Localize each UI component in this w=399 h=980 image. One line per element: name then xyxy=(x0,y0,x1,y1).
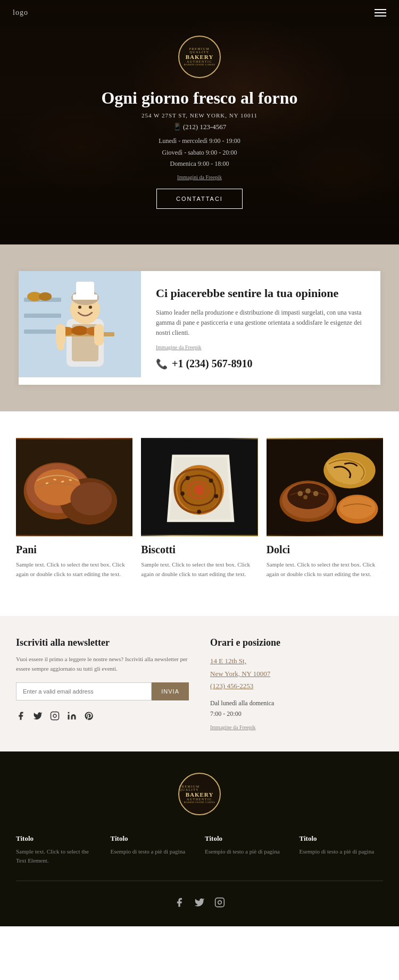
products-section: Pani Sample text. Click to select the te… xyxy=(0,411,399,616)
opinion-card: Ci piacerebbe sentire la tua opinione Si… xyxy=(19,271,380,385)
pinterest-icon[interactable] xyxy=(84,711,94,723)
hero-title: Ogni giorno fresco al forno xyxy=(101,88,297,108)
svg-point-6 xyxy=(39,292,52,301)
svg-point-21 xyxy=(57,343,64,350)
svg-rect-4 xyxy=(24,330,61,334)
footer-badge-container: PREMIUM QUALITY Bakery AUTHENTIC BAKED G… xyxy=(16,773,383,815)
hero-hours: Lunedì - mercoledì 9:00 - 19:00 Giovedì … xyxy=(101,136,297,170)
product-biscotti: Biscotti Sample text. Click to select th… xyxy=(141,438,257,579)
svg-point-45 xyxy=(287,483,329,509)
svg-point-27 xyxy=(70,482,112,515)
baker-image xyxy=(19,271,141,377)
phone-icon: 📱 xyxy=(173,123,183,131)
dolci-image xyxy=(267,438,383,536)
newsletter-description: Vuoi essere il primo a leggere le nostre… xyxy=(16,655,189,673)
footer-col-4: Titolo Esempio di testo a piè di pagina xyxy=(300,834,384,865)
newsletter-column: Iscriviti alla newsletter Vuoi essere il… xyxy=(16,637,189,730)
svg-point-37 xyxy=(209,479,213,483)
footer-twitter-icon[interactable] xyxy=(194,897,205,910)
instagram-icon[interactable] xyxy=(50,711,60,723)
footer-columns: Titolo Sample text. Click to select the … xyxy=(16,834,383,865)
svg-rect-19 xyxy=(56,324,65,345)
hours-address: 14 E 12th St, New York, NY 10007 (123) 4… xyxy=(210,655,383,692)
product-dolci-desc: Sample text. Click to select the text bo… xyxy=(267,560,383,579)
svg-point-39 xyxy=(214,494,219,499)
footer-col-3: Titolo Esempio di testo a piè di pagina xyxy=(205,834,289,865)
svg-rect-13 xyxy=(76,282,94,297)
product-pani: Pani Sample text. Click to select the te… xyxy=(16,438,132,579)
svg-point-49 xyxy=(303,495,307,500)
product-pani-title: Pani xyxy=(16,544,132,556)
linkedin-icon[interactable] xyxy=(67,711,77,723)
logo: logo xyxy=(13,9,28,17)
opinion-text-area: Ci piacerebbe sentire la tua opinione Si… xyxy=(141,271,380,385)
opinion-freepik: Immagine da Freepik xyxy=(156,344,365,350)
hero-address: 254 W 27ST ST, NEW YORK, NY 10011 xyxy=(101,112,297,119)
baker-illustration xyxy=(19,271,141,377)
phone-icon: 📞 xyxy=(156,358,168,370)
products-grid: Pani Sample text. Click to select the te… xyxy=(16,438,383,579)
svg-point-46 xyxy=(297,491,303,496)
svg-point-17 xyxy=(71,326,88,335)
product-pani-desc: Sample text. Click to select the text bo… xyxy=(16,560,132,579)
opinion-phone: 📞 +1 (234) 567-8910 xyxy=(156,358,365,370)
navbar: logo xyxy=(0,0,399,26)
twitter-icon[interactable] xyxy=(33,711,43,723)
svg-rect-52 xyxy=(51,712,59,720)
opinion-section: Ci piacerebbe sentire la tua opinione Si… xyxy=(0,244,399,411)
hours-freepik: Immagine da Freepik xyxy=(210,724,383,730)
facebook-icon[interactable] xyxy=(16,711,26,723)
hero-section: PREMIUM QUALITY Bakery AUTHENTIC BAKED G… xyxy=(0,0,399,244)
svg-point-10 xyxy=(78,306,81,309)
hours-column: Orari e posizione 14 E 12th St, New York… xyxy=(210,637,383,730)
footer-col-3-title: Titolo xyxy=(205,834,289,843)
footer-col-2: Titolo Esempio di testo a piè di pagina xyxy=(111,834,195,865)
product-biscotti-desc: Sample text. Click to select the text bo… xyxy=(141,560,257,579)
hero-freepik: Immagini da Freepik xyxy=(101,174,297,180)
footer-col-1-title: Titolo xyxy=(16,834,100,843)
svg-point-47 xyxy=(305,488,311,494)
svg-point-36 xyxy=(186,476,190,480)
hero-content: PREMIUM QUALITY Bakery AUTHENTIC BAKED G… xyxy=(80,36,319,209)
hero-phone: 📱 (212) 123-4567 xyxy=(101,123,297,131)
product-biscotti-title: Biscotti xyxy=(141,544,257,556)
footer-badge: PREMIUM QUALITY Bakery AUTHENTIC BAKED G… xyxy=(178,773,221,815)
svg-point-40 xyxy=(197,510,202,514)
product-dolci: Dolci Sample text. Click to select the t… xyxy=(267,438,383,579)
social-icons xyxy=(16,711,189,723)
footer-col-1-text: Sample text. Click to select the Text El… xyxy=(16,847,100,865)
svg-rect-20 xyxy=(94,324,104,345)
svg-point-38 xyxy=(180,492,185,496)
footer-col-4-text: Esempio di testo a piè di pagina xyxy=(300,847,384,856)
footer-col-2-text: Esempio di testo a piè di pagina xyxy=(111,847,195,856)
svg-point-48 xyxy=(313,491,318,496)
newsletter-form: INVIA xyxy=(16,682,189,700)
svg-rect-55 xyxy=(215,898,225,907)
svg-point-51 xyxy=(339,496,375,519)
biscotti-image xyxy=(141,438,257,536)
email-input[interactable] xyxy=(16,682,152,700)
footer-col-2-title: Titolo xyxy=(111,834,195,843)
svg-point-11 xyxy=(89,306,92,309)
footer-col-4-title: Titolo xyxy=(300,834,384,843)
footer: PREMIUM QUALITY Bakery AUTHENTIC BAKED G… xyxy=(0,751,399,926)
newsletter-title: Iscriviti alla newsletter xyxy=(16,637,189,648)
footer-instagram-icon[interactable] xyxy=(214,897,225,910)
svg-rect-3 xyxy=(24,314,61,318)
opinion-title: Ci piacerebbe sentire la tua opinione xyxy=(156,286,365,301)
hours-schedule: Dal lunedì alla domenica 7:00 - 20:00 xyxy=(210,698,383,720)
product-dolci-title: Dolci xyxy=(267,544,383,556)
footer-col-3-text: Esempio di testo a piè di pagina xyxy=(205,847,289,856)
footer-col-1: Titolo Sample text. Click to select the … xyxy=(16,834,100,865)
hours-title: Orari e posizione xyxy=(210,637,383,648)
footer-social xyxy=(16,892,383,910)
svg-point-35 xyxy=(194,485,204,495)
submit-button[interactable]: INVIA xyxy=(152,682,189,700)
bread-image xyxy=(16,438,132,536)
menu-button[interactable] xyxy=(375,9,386,16)
footer-divider xyxy=(16,881,383,881)
footer-facebook-icon[interactable] xyxy=(174,897,185,910)
opinion-description: Siamo leader nella produzione e distribu… xyxy=(156,308,365,339)
svg-point-54 xyxy=(68,712,70,713)
contact-button[interactable]: CONTATTACI xyxy=(156,189,243,209)
